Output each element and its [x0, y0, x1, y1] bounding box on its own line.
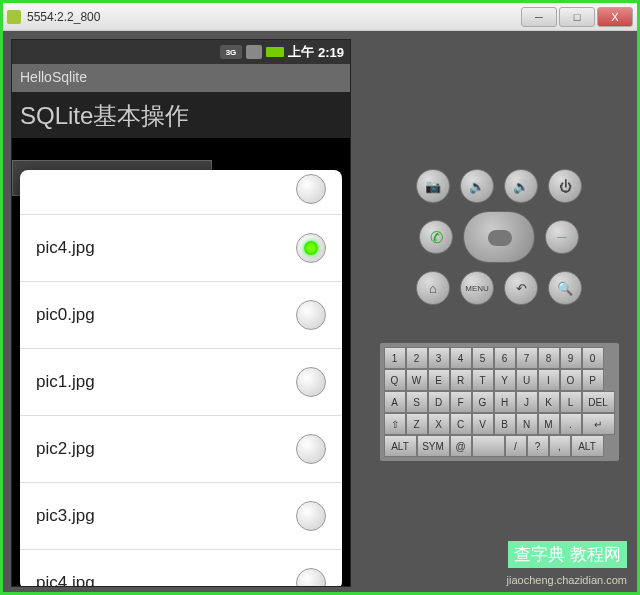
list-item[interactable]: pic2.jpg	[20, 416, 342, 483]
key[interactable]: 3	[428, 347, 450, 369]
key[interactable]: S	[406, 391, 428, 413]
key[interactable]: ALT	[571, 435, 604, 457]
app-title: HelloSqlite	[12, 64, 350, 92]
call-button[interactable]: ✆	[419, 220, 453, 254]
key[interactable]: J	[516, 391, 538, 413]
volume-up-button[interactable]: 🔊	[504, 169, 538, 203]
key[interactable]: Y	[494, 369, 516, 391]
key[interactable]: 2	[406, 347, 428, 369]
kb-row-4: ⇧ZXCVBNM.↵	[384, 413, 615, 435]
list-item-label: pic3.jpg	[36, 506, 95, 526]
back-button[interactable]: ↶	[504, 271, 538, 305]
key[interactable]: I	[538, 369, 560, 391]
key[interactable]: 5	[472, 347, 494, 369]
key[interactable]: V	[472, 413, 494, 435]
radio-button[interactable]	[296, 233, 326, 263]
key[interactable]: R	[450, 369, 472, 391]
key[interactable]: O	[560, 369, 582, 391]
list-item[interactable]	[20, 170, 342, 215]
key[interactable]: N	[516, 413, 538, 435]
maximize-button[interactable]: □	[559, 7, 595, 27]
menu-button[interactable]: MENU	[460, 271, 494, 305]
key[interactable]: W	[406, 369, 428, 391]
titlebar: 5554:2.2_800 ─ □ X	[3, 3, 637, 31]
key[interactable]: F	[450, 391, 472, 413]
key[interactable]: G	[472, 391, 494, 413]
list-item[interactable]: pic3.jpg	[20, 483, 342, 550]
key[interactable]: P	[582, 369, 604, 391]
control-row-1: 📷 🔉 🔊 ⏻	[416, 169, 582, 203]
key[interactable]: 0	[582, 347, 604, 369]
key[interactable]: T	[472, 369, 494, 391]
key[interactable]: H	[494, 391, 516, 413]
list-item[interactable]: pic0.jpg	[20, 282, 342, 349]
kb-row-2: QWERTYUIOP	[384, 369, 615, 391]
radio-button[interactable]	[296, 434, 326, 464]
key[interactable]: DEL	[582, 391, 615, 413]
dialog-list[interactable]: pic4.jpg pic0.jpg pic1.jpg pic2.jpg	[20, 170, 342, 587]
page-heading: SQLite基本操作	[12, 92, 350, 138]
key[interactable]: ?	[527, 435, 549, 457]
minimize-button[interactable]: ─	[521, 7, 557, 27]
key[interactable]: @	[450, 435, 472, 457]
key[interactable]: ,	[549, 435, 571, 457]
key[interactable]: 6	[494, 347, 516, 369]
home-button[interactable]: ⌂	[416, 271, 450, 305]
key[interactable]: 4	[450, 347, 472, 369]
radio-button[interactable]	[296, 300, 326, 330]
list-item[interactable]: pic4.jpg	[20, 215, 342, 282]
time-label: 2:19	[318, 45, 344, 60]
key[interactable]: B	[494, 413, 516, 435]
key[interactable]: 7	[516, 347, 538, 369]
signal-icon	[246, 45, 262, 59]
key[interactable]: D	[428, 391, 450, 413]
key[interactable]: Q	[384, 369, 406, 391]
power-button[interactable]: ⏻	[548, 169, 582, 203]
key[interactable]: X	[428, 413, 450, 435]
selection-dialog: pic4.jpg pic0.jpg pic1.jpg pic2.jpg	[20, 170, 342, 587]
time-prefix: 上午	[288, 43, 314, 61]
radio-button[interactable]	[296, 501, 326, 531]
list-item-label: pic1.jpg	[36, 372, 95, 392]
watermark-url: jiaocheng.chazidian.com	[507, 574, 627, 586]
key[interactable]: ALT	[384, 435, 417, 457]
emulator-controls: 📷 🔉 🔊 ⏻ ✆ ⏤ ⌂ MENU ↶ 🔍 1234567890 QWERTY…	[369, 39, 629, 584]
key[interactable]: A	[384, 391, 406, 413]
list-item-label: pic0.jpg	[36, 305, 95, 325]
key[interactable]: C	[450, 413, 472, 435]
close-button[interactable]: X	[597, 7, 633, 27]
volume-down-button[interactable]: 🔉	[460, 169, 494, 203]
key[interactable]: M	[538, 413, 560, 435]
control-row-3: ⌂ MENU ↶ 🔍	[416, 271, 582, 305]
key[interactable]: ↵	[582, 413, 615, 435]
search-button[interactable]: 🔍	[548, 271, 582, 305]
key[interactable]: 1	[384, 347, 406, 369]
key[interactable]: 8	[538, 347, 560, 369]
camera-button[interactable]: 📷	[416, 169, 450, 203]
list-item[interactable]: pic1.jpg	[20, 349, 342, 416]
end-call-button[interactable]: ⏤	[545, 220, 579, 254]
window-title: 5554:2.2_800	[27, 10, 519, 24]
key[interactable]: 9	[560, 347, 582, 369]
key[interactable]	[472, 435, 505, 457]
key[interactable]: L	[560, 391, 582, 413]
list-item[interactable]: pic4.jpg	[20, 550, 342, 587]
key[interactable]: SYM	[417, 435, 450, 457]
key[interactable]: K	[538, 391, 560, 413]
key[interactable]: U	[516, 369, 538, 391]
phone-screen: 3G 上午 2:19 HelloSqlite SQLite基本操作 pic4.j…	[11, 39, 351, 587]
key[interactable]: .	[560, 413, 582, 435]
list-item-label: pic2.jpg	[36, 439, 95, 459]
key[interactable]: ⇧	[384, 413, 406, 435]
kb-row-5: ALTSYM@ /?,ALT	[384, 435, 615, 457]
network-icon: 3G	[220, 45, 242, 59]
radio-button[interactable]	[296, 568, 326, 587]
key[interactable]: /	[505, 435, 527, 457]
key[interactable]: Z	[406, 413, 428, 435]
dpad[interactable]	[463, 211, 535, 263]
kb-row-3: ASDFGHJKLDEL	[384, 391, 615, 413]
radio-button[interactable]	[296, 367, 326, 397]
key[interactable]: E	[428, 369, 450, 391]
radio-button[interactable]	[296, 174, 326, 204]
status-bar: 3G 上午 2:19	[12, 40, 350, 64]
